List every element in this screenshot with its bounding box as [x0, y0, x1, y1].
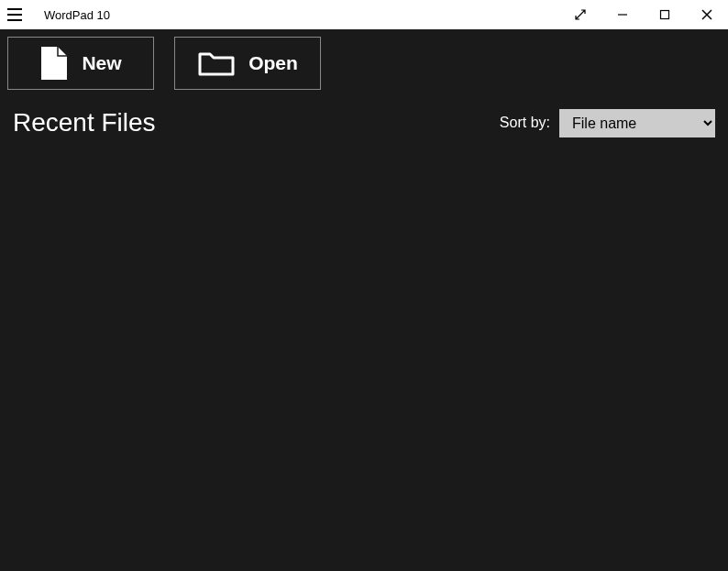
recent-header: Recent Files Sort by: File name — [13, 108, 715, 137]
recent-files-heading: Recent Files — [13, 108, 156, 137]
close-icon — [701, 9, 712, 20]
hamburger-menu-button[interactable] — [7, 5, 26, 24]
sort-select[interactable]: File name — [559, 109, 715, 137]
open-button-label: Open — [248, 52, 298, 74]
titlebar: WordPad 10 — [0, 0, 728, 29]
folder-icon — [197, 49, 236, 78]
open-button[interactable]: Open — [174, 37, 321, 90]
svg-rect-1 — [661, 11, 669, 19]
sort-group: Sort by: File name — [500, 109, 715, 137]
toolbar: New Open — [0, 29, 728, 97]
minimize-button[interactable] — [601, 0, 644, 29]
sort-label: Sort by: — [500, 115, 550, 131]
maximize-icon — [659, 9, 670, 20]
new-button[interactable]: New — [7, 37, 154, 90]
window-controls — [559, 0, 728, 29]
new-file-icon — [39, 45, 69, 82]
expand-button[interactable] — [559, 0, 601, 29]
expand-icon — [574, 8, 587, 21]
app-title: WordPad 10 — [44, 8, 559, 22]
new-button-label: New — [82, 52, 121, 74]
close-button[interactable] — [686, 0, 728, 29]
content-area: Recent Files Sort by: File name — [0, 97, 728, 148]
maximize-button[interactable] — [644, 0, 686, 29]
minimize-icon — [617, 9, 628, 20]
